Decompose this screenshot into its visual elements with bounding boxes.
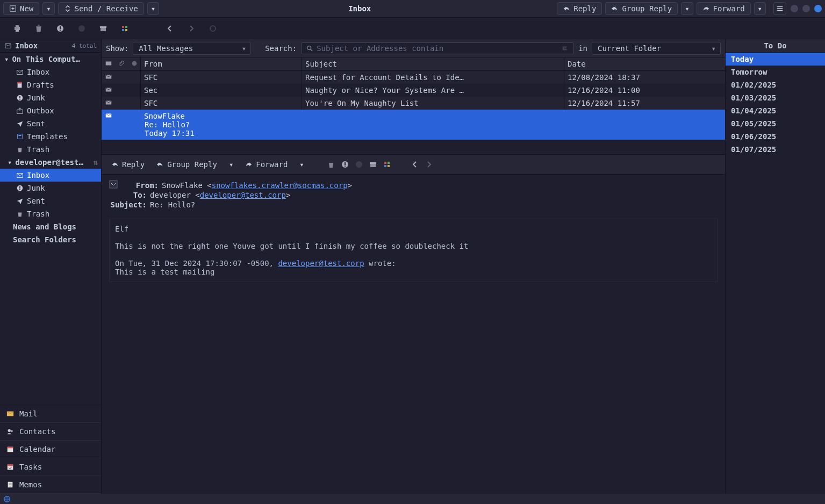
online-icon[interactable] [3, 495, 11, 503]
preview-junk-icon[interactable] [341, 160, 349, 169]
next-icon[interactable] [187, 24, 196, 33]
reply-button[interactable]: Reply [557, 2, 602, 15]
preview-group-reply-dropdown[interactable]: ▾ [226, 159, 236, 170]
quote-email-link[interactable]: developer@test.corp [278, 259, 364, 268]
switch-contacts[interactable]: Contacts [0, 423, 101, 441]
preview-notjunk-icon[interactable] [355, 160, 363, 169]
folder-trash-local[interactable]: Trash [0, 143, 101, 156]
todo-row[interactable]: Today [726, 53, 825, 66]
col-attachment[interactable] [114, 57, 127, 70]
archive-icon[interactable] [99, 24, 107, 33]
search-input[interactable] [317, 44, 558, 53]
message-row[interactable]: Sec Naughty or Nice? Your Systems Are …1… [102, 84, 725, 97]
col-from[interactable]: From [140, 57, 302, 70]
col-flag[interactable] [127, 57, 140, 70]
preview-tag-icon[interactable] [383, 160, 391, 169]
preview-toolbar: Reply Group Reply ▾ Forward ▾ [102, 154, 725, 175]
from-name: SnowFlake < [162, 181, 212, 190]
switch-memos[interactable]: Memos [0, 476, 101, 494]
todo-row[interactable]: 01/05/2025 [726, 117, 825, 130]
show-filter-select[interactable]: All Messages [133, 42, 251, 55]
preview-forward-dropdown[interactable]: ▾ [296, 159, 307, 170]
window-maximize[interactable] [802, 5, 810, 12]
new-dropdown[interactable]: ▾ [42, 2, 54, 15]
not-junk-icon[interactable] [77, 24, 86, 33]
folder-label: Sent [27, 119, 45, 128]
news-blogs[interactable]: News and Blogs [0, 220, 101, 233]
preview-trash-icon[interactable] [327, 160, 335, 169]
send-receive-dropdown[interactable]: ▾ [147, 2, 159, 15]
folder-label: Junk [27, 93, 45, 102]
switch-mail[interactable]: Mail [0, 405, 101, 423]
preview-next-icon[interactable] [425, 160, 433, 169]
new-button[interactable]: New [3, 2, 39, 15]
todo-row[interactable]: 01/07/2025 [726, 143, 825, 156]
preview-reply-button[interactable]: Reply [108, 159, 148, 170]
todo-row[interactable]: 01/04/2025 [726, 104, 825, 117]
stop-icon[interactable] [209, 24, 217, 33]
send-receive-button[interactable]: Send / Receive [58, 2, 144, 15]
date-cell: 12/16/2024 11:00 [564, 84, 725, 97]
preview-archive-icon[interactable] [369, 160, 377, 169]
folder-outbox[interactable]: Outbox [0, 104, 101, 117]
folder-inbox-remote[interactable]: Inbox [0, 169, 101, 182]
preview-group-reply-button[interactable]: Group Reply [153, 159, 220, 170]
back-icon[interactable] [166, 24, 174, 33]
group-reply-button[interactable]: Group Reply [605, 2, 678, 15]
junk-icon [16, 94, 24, 102]
todo-row[interactable]: 01/03/2025 [726, 91, 825, 104]
reply-label: Reply [573, 4, 596, 13]
folder-label: Outbox [27, 106, 54, 115]
tag-icon[interactable] [120, 24, 129, 33]
window-minimize[interactable] [791, 5, 798, 12]
to-email-link[interactable]: developer@test.corp [200, 191, 286, 199]
scope-select[interactable]: Current Folder [592, 42, 721, 55]
folder-sent-remote[interactable]: Sent [0, 195, 101, 207]
clear-search-icon[interactable] [562, 45, 569, 52]
todo-row[interactable]: 01/06/2025 [726, 130, 825, 143]
message-row[interactable]: SFC Request for Account Details to Ide…1… [102, 71, 725, 84]
folder-templates[interactable]: Templates [0, 130, 101, 143]
col-icon[interactable] [102, 57, 114, 70]
folder-inbox-local[interactable]: Inbox [0, 66, 101, 78]
col-date[interactable]: Date [564, 57, 725, 70]
send-receive-label: Send / Receive [75, 4, 138, 13]
chevron-down-icon: ▾ [8, 158, 12, 167]
group-reply-dropdown[interactable]: ▾ [681, 2, 693, 15]
preview-prev-icon[interactable] [411, 160, 419, 169]
collapse-header-icon[interactable] [109, 180, 118, 189]
folder-junk-remote[interactable]: Junk [0, 182, 101, 195]
folder-label: Trash [27, 145, 49, 154]
message-row[interactable]: SnowFlake Re: Hello?Today 17:31 [102, 110, 725, 140]
account-on-this-computer[interactable]: ▾ On This Comput… [0, 53, 101, 66]
preview-forward-button[interactable]: Forward [242, 159, 291, 170]
window-close[interactable] [814, 5, 822, 12]
col-subject[interactable]: Subject [302, 57, 564, 70]
menu-button[interactable] [773, 2, 786, 15]
folder-junk-local[interactable]: Junk [0, 91, 101, 104]
drafts-icon [16, 81, 24, 89]
switch-tasks[interactable]: Tasks [0, 458, 101, 476]
from-email-link[interactable]: snowflakes.crawler@socmas.corp [212, 181, 348, 190]
todo-row[interactable]: 01/02/2025 [726, 78, 825, 91]
svg-rect-35 [8, 465, 13, 466]
search-folders[interactable]: Search Folders [0, 233, 101, 246]
forward-dropdown[interactable]: ▾ [754, 2, 766, 15]
junk-icon[interactable] [56, 24, 64, 33]
titlebar: New ▾ Send / Receive ▾ Inbox Reply Group… [0, 0, 825, 18]
svg-rect-52 [384, 165, 386, 167]
todo-row[interactable]: Tomorrow [726, 66, 825, 78]
svg-rect-45 [345, 162, 346, 165]
print-icon[interactable] [13, 24, 21, 33]
folder-sent-local[interactable]: Sent [0, 117, 101, 130]
message-row[interactable]: SFC You're On My Naughty List12/16/2024 … [102, 97, 725, 110]
switch-calendar[interactable]: Calendar [0, 441, 101, 458]
trash-icon[interactable] [34, 24, 43, 33]
account-developer[interactable]: ▾ developer@test… ⇅ [0, 156, 101, 169]
angle-close: > [348, 181, 352, 190]
envelope-icon [102, 110, 114, 140]
forward-button[interactable]: Forward [697, 2, 751, 15]
subject-cell: Naughty or Nice? Your Systems Are … [302, 84, 564, 97]
folder-drafts[interactable]: Drafts [0, 78, 101, 91]
folder-trash-remote[interactable]: Trash [0, 207, 101, 220]
